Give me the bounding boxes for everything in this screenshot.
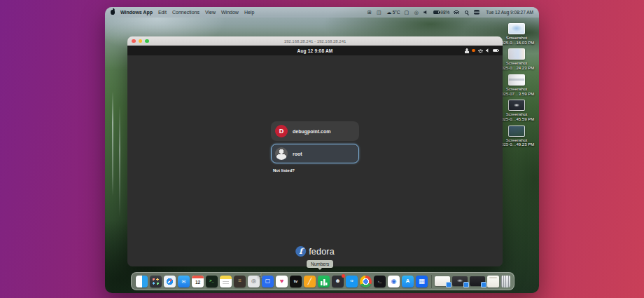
stage-manager-icon[interactable]: ◫ [377, 10, 382, 15]
wifi-icon[interactable] [478, 49, 483, 53]
finder-icon[interactable] [136, 276, 148, 287]
minimized-window-1[interactable] [435, 276, 450, 286]
vscode-icon[interactable]: ‹› [346, 276, 358, 287]
spotlight-search-icon[interactable] [465, 11, 470, 15]
window-titlebar: 192.168.28.241 - 192.168.28.241 [127, 36, 503, 46]
active-app-menu[interactable]: Windows App [120, 10, 153, 15]
fedora-wordmark: fedora [309, 247, 335, 257]
battery-status[interactable]: 98% [433, 10, 450, 15]
screen-record-icon[interactable]: ◎ [414, 10, 420, 15]
menu-bar-clock[interactable]: Tue 12 Aug 9:08:27 AM [486, 10, 533, 15]
menu-view[interactable]: View [205, 10, 216, 15]
file-label: Screenshot2025-0…16.03 PM [499, 36, 534, 45]
launchpad-icon[interactable] [150, 276, 162, 287]
tiles-icon[interactable]: ⊞ [368, 10, 372, 15]
dock-tooltip: Numbers [307, 260, 333, 268]
apple-tv-icon[interactable]: tv [290, 276, 302, 287]
not-listed-link[interactable]: Not listed? [273, 168, 359, 172]
control-center-icon[interactable] [474, 10, 481, 15]
mail-icon[interactable]: ✉ [178, 276, 190, 287]
file-label: Screenshot2025-07…3.59 PM [499, 87, 534, 96]
user-name: debugpoint.com [293, 129, 330, 134]
user-avatar-person-icon [275, 147, 288, 160]
dark-terminal-icon[interactable]: ›_ [374, 276, 386, 287]
fedora-brand: f fedora [295, 246, 335, 257]
dock-separator [431, 275, 432, 288]
file-label: Screenshot2025-0…24.23 PM [499, 61, 534, 70]
blue-swirl-app-icon[interactable]: ◉ [388, 276, 400, 287]
menu-bar-status-area: ⊞◫☁5°C▢◎98% [368, 10, 481, 15]
app-store-icon[interactable]: A [402, 276, 414, 287]
menu-bar: Windows App Edit Connections View Window… [105, 7, 539, 18]
fedora-login-screen: Aug 12 9:08 AM D debugpoint.com root Not… [127, 46, 503, 266]
display-icon[interactable]: ▢ [405, 10, 410, 15]
user-card-debugpoint[interactable]: D debugpoint.com [271, 121, 359, 141]
trash-icon[interactable] [501, 276, 510, 287]
minimized-window-2[interactable] [452, 276, 468, 286]
user-list: D debugpoint.com root Not listed? [271, 121, 359, 172]
blue-square-app-icon[interactable]: ▢ [262, 276, 274, 287]
weather-status[interactable]: ☁5°C [386, 10, 400, 15]
apple-menu-icon[interactable] [111, 10, 115, 15]
remote-desktop-window: 192.168.28.241 - 192.168.28.241 Aug 12 9… [127, 36, 503, 266]
user-card-root[interactable]: root [271, 144, 359, 163]
fedora-logo-icon: f [295, 246, 306, 257]
photos-icon[interactable]: ♥ [276, 276, 288, 287]
windows-app-icon[interactable]: ▦ [416, 276, 428, 287]
gnome-clock[interactable]: Aug 12 9:08 AM [298, 48, 333, 53]
numbers-icon[interactable] [318, 276, 330, 287]
close-button[interactable] [132, 39, 136, 43]
menu-edit[interactable]: Edit [158, 10, 167, 15]
file-thumbnail [508, 74, 525, 86]
face-app-icon[interactable]: ☻ [332, 276, 344, 287]
file-thumbnail [508, 23, 525, 34]
menu-window[interactable]: Window [221, 10, 239, 15]
downloads-folder-icon[interactable] [487, 276, 499, 287]
file-thumbnail [508, 126, 525, 137]
file-thumbnail [508, 100, 525, 111]
chrome-icon[interactable] [360, 276, 372, 287]
pen-app-icon[interactable]: ╱ [304, 276, 316, 287]
accessibility-icon[interactable] [465, 48, 469, 53]
terminal-icon[interactable]: >_ [206, 276, 218, 287]
menu-help[interactable]: Help [244, 10, 254, 15]
gnome-top-bar: Aug 12 9:08 AM [127, 46, 503, 55]
dock: ✉12>_≡◎▢♥tv╱☻‹››_◉A▦ [131, 272, 514, 290]
zoom-button[interactable] [145, 39, 149, 43]
user-avatar-initial: D [275, 125, 288, 137]
window-title: 192.168.28.241 - 192.168.28.241 [127, 39, 503, 43]
safari-icon[interactable] [164, 276, 176, 287]
battery-icon[interactable] [493, 49, 499, 53]
minimize-button[interactable] [139, 39, 143, 43]
menu-connections[interactable]: Connections [172, 10, 200, 15]
textedit-icon[interactable]: ≡ [234, 276, 246, 287]
volume-icon[interactable] [486, 48, 490, 53]
file-label: Screenshot2025-0…45.59 PM [499, 112, 534, 121]
notification-dot[interactable] [472, 49, 475, 53]
gnome-status-icons [465, 46, 498, 55]
user-name: root [293, 151, 302, 156]
file-label: Screenshot2025-0…49.23 PM [499, 138, 534, 147]
mouse-cursor: ☝ [258, 271, 262, 280]
wifi-icon[interactable] [454, 11, 461, 15]
notes-icon[interactable] [220, 276, 232, 287]
macos-desktop: Windows App Edit Connections View Window… [105, 7, 539, 293]
minimized-window-3[interactable] [470, 276, 485, 286]
volume-icon[interactable] [424, 11, 429, 15]
file-thumbnail [508, 48, 525, 60]
window-controls [132, 39, 149, 43]
calendar-icon[interactable]: 12 [192, 276, 204, 287]
